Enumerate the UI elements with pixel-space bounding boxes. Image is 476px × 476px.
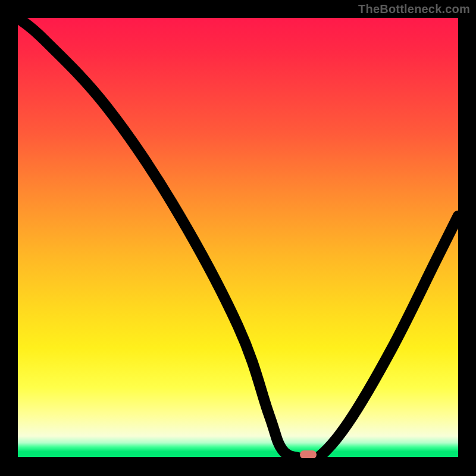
bottleneck-curve	[18, 18, 458, 458]
x-axis-baseline	[18, 457, 458, 458]
plot-area	[18, 18, 458, 458]
watermark-text: TheBottleneck.com	[358, 2, 470, 16]
curve-svg	[18, 18, 458, 458]
chart-frame: TheBottleneck.com	[0, 0, 476, 476]
optimal-point-marker	[300, 450, 317, 458]
